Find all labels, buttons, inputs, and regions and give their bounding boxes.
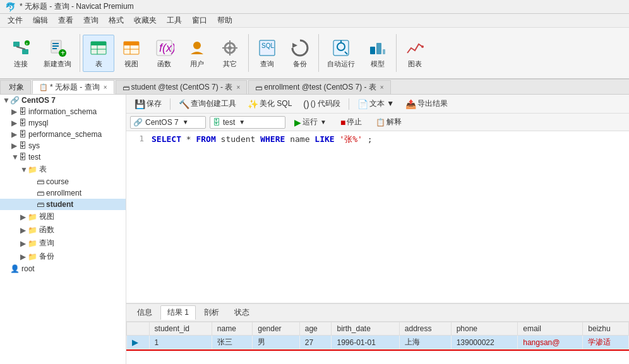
user-icon-root: 👤 [10, 264, 20, 273]
database-icon-information_schema: 🗄 [19, 107, 27, 116]
chart-icon [405, 38, 425, 58]
tab-icon-enrollment-table: 🗃 [255, 84, 262, 91]
tab-objects[interactable]: 对象 [0, 80, 31, 94]
tab-close-query1[interactable]: × [104, 84, 107, 91]
sql-editor[interactable]: 1 SELECT * FROM student WHERE name LIKE … [126, 131, 629, 303]
connection-selector[interactable]: 🔗CentOS 7▼ [130, 116, 206, 129]
folder-backup-icon-backups: 📁 [28, 252, 37, 261]
qt-btn-beautify[interactable]: ✨美化 SQL [243, 97, 296, 111]
title-bar: 🐬 * 无标题 - 查询 - Navicat Premium [0, 0, 629, 14]
toolbar-btn-backup[interactable]: 备份 [284, 35, 316, 72]
menu-item-帮助[interactable]: 帮助 [212, 14, 237, 27]
tree-item-views[interactable]: ▶📁视图 [0, 210, 126, 223]
backup-icon [290, 38, 310, 58]
tree-item-sys[interactable]: ▶🗄sys [0, 140, 126, 151]
svg-rect-7 [52, 45, 59, 47]
toolbar-btn-chart[interactable]: 图表 [399, 35, 431, 72]
qt-btn-save[interactable]: 💾保存 [130, 97, 166, 111]
toolbar-separator-1 [80, 34, 80, 72]
tab-label-objects: 对象 [9, 82, 24, 93]
tree-item-performance_schema[interactable]: ▶🗄performance_schema [0, 129, 126, 140]
result-tab-结果-1[interactable]: 结果 1 [160, 305, 196, 320]
tree-item-mysql[interactable]: ▶🗄mysql [0, 117, 126, 129]
tree-item-tables[interactable]: ▼📁表 [0, 163, 126, 176]
toolbar-btn-view[interactable]: 视图 [116, 35, 147, 72]
tree-label-mysql: mysql [28, 119, 48, 127]
svg-point-36 [421, 45, 424, 48]
menu-item-查看[interactable]: 查看 [53, 14, 78, 27]
table-row[interactable]: ▶1张三男271996-01-01上海139000022hangsan@学渗适 [127, 336, 629, 349]
model-icon [368, 38, 388, 58]
tree-label-test: test [28, 153, 40, 161]
tab-query1[interactable]: 📋* 无标题 - 查询× [32, 80, 114, 94]
run-arrow: ▼ [320, 119, 326, 126]
qt-btn-text[interactable]: 📄文本 ▼ [353, 97, 398, 111]
conn-bar: 🔗CentOS 7▼🗄test▼▶运行▼■停止📋解释 [126, 114, 629, 131]
tree-item-root[interactable]: 👤root [0, 263, 126, 274]
tree-item-enrollment[interactable]: 🗃enrollment [0, 187, 126, 199]
menu-item-查询[interactable]: 查询 [78, 14, 104, 27]
svg-marker-28 [292, 43, 297, 48]
toolbar-btn-user[interactable]: 用户 [181, 35, 213, 72]
qt-btn-export[interactable]: 📤导出结果 [401, 97, 452, 111]
explain-button[interactable]: 📋解释 [371, 115, 407, 129]
arrow-sys: ▶ [11, 141, 19, 150]
menu-item-格式[interactable]: 格式 [104, 14, 129, 27]
tab-enrollment-table[interactable]: 🗃enrollment @test (CentOS 7) - 表× [248, 80, 390, 94]
tree-item-queries[interactable]: ▶📁查询 [0, 237, 126, 250]
stop-button[interactable]: ■停止 [335, 115, 367, 129]
sql-semicolon: ; [368, 134, 373, 144]
result-tab-信息[interactable]: 信息 [130, 305, 159, 320]
qt-label-text: 文本 ▼ [369, 98, 394, 109]
tree-item-test[interactable]: ▼🗄test [0, 151, 126, 163]
toolbar-btn-query[interactable]: SQL查询 [251, 35, 283, 72]
toolbar-btn-other[interactable]: 其它 [214, 35, 246, 72]
menu-item-工具[interactable]: 工具 [162, 14, 187, 27]
menu-item-窗口[interactable]: 窗口 [187, 14, 212, 27]
menu-item-编辑[interactable]: 编辑 [28, 14, 53, 27]
tree-label-sys: sys [28, 141, 40, 150]
toolbar-btn-table[interactable]: 表 [83, 35, 114, 72]
tab-student-table[interactable]: 🗃student @test (CentOS 7) - 表× [116, 80, 248, 94]
result-tab-状态[interactable]: 状态 [227, 305, 256, 320]
tab-close-enrollment-table[interactable]: × [380, 84, 384, 91]
svg-rect-33 [370, 47, 375, 54]
tree-item-functions[interactable]: ▶📁函数 [0, 223, 126, 237]
db-icon: 🗄 [213, 118, 220, 127]
tree-item-backups[interactable]: ▶📁备份 [0, 250, 126, 263]
toolbar-btn-connect[interactable]: +连接 [5, 35, 37, 72]
cell-student_id: 1 [149, 336, 212, 349]
run-button[interactable]: ▶运行▼ [289, 115, 332, 129]
database-value: test [223, 118, 235, 127]
database-selector[interactable]: 🗄test▼ [210, 116, 285, 129]
col-header-name: name [212, 322, 252, 336]
menu-item-收藏夹[interactable]: 收藏夹 [129, 14, 162, 27]
sql-text-1: * [186, 134, 196, 144]
toolbar-btn-label-other: 其它 [223, 59, 237, 69]
sql-content[interactable]: SELECT * FROM student WHERE name LIKE '张… [152, 134, 624, 145]
menu-item-文件[interactable]: 文件 [3, 14, 28, 27]
new-query-icon: + [47, 38, 68, 58]
toolbar-btn-label-query: 查询 [260, 59, 274, 69]
tab-close-student-table[interactable]: × [236, 84, 240, 91]
user-icon [187, 38, 207, 58]
tree-item-information_schema[interactable]: ▶🗄information_schema [0, 106, 126, 117]
result-tab-剖析[interactable]: 剖析 [197, 305, 226, 320]
cell-gender: 男 [253, 336, 300, 349]
beautify-qt-icon: ✨ [248, 99, 258, 109]
arrow-backups: ▶ [20, 252, 28, 261]
tree-item-student[interactable]: 🗃student [0, 199, 126, 210]
main-tab-bar: 对象📋* 无标题 - 查询×🗃student @test (CentOS 7) … [0, 79, 629, 95]
main-layout: ▼🔗CentOS 7 ▶🗄information_schema ▶🗄mysql … [0, 95, 629, 364]
toolbar-btn-new-query[interactable]: +新建查询 [38, 35, 77, 72]
toolbar-btn-autorun[interactable]: 自动运行 [321, 35, 361, 72]
svg-rect-34 [376, 43, 381, 54]
toolbar-btn-function[interactable]: f(x)函数 [148, 35, 180, 72]
toolbar-btn-model[interactable]: 模型 [362, 35, 393, 72]
qt-btn-query-builder[interactable]: 🔨查询创建工具 [174, 97, 241, 111]
indent-information_schema [3, 107, 11, 116]
tree-item-centos7[interactable]: ▼🔗CentOS 7 [0, 95, 126, 106]
tree-item-course[interactable]: 🗃course [0, 176, 126, 187]
connect-icon: + [11, 38, 31, 58]
qt-btn-code-snippet[interactable]: ()() 代码段 [299, 97, 345, 111]
